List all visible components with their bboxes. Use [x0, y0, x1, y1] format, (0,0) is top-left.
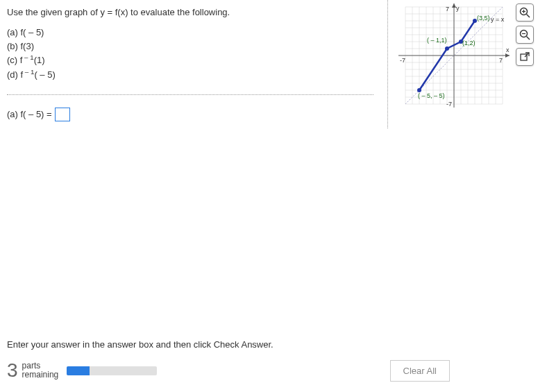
answer-label: (a) f( – 5) =: [7, 109, 52, 119]
parts-remaining-label: parts remaining: [22, 361, 59, 380]
parts-list: (a) f( – 5) (b) f(3) (c) f – 1(1) (d) f …: [7, 26, 373, 82]
part-c: (c) f – 1(1): [7, 53, 373, 67]
progress-fill: [67, 366, 90, 375]
graph-svg: y x 7 -7 7 -7 (3,5) (1,2) ( – 1,1) ( – 5…: [395, 3, 513, 108]
svg-marker-31: [505, 53, 510, 58]
part-b: (b) f(3): [7, 40, 373, 53]
popout-icon: [519, 51, 530, 62]
point-neg1-1: ( – 1,1): [427, 37, 447, 44]
parts-remaining-count: 3: [7, 359, 18, 382]
progress-bar: [67, 366, 157, 375]
ymin-label: -7: [446, 101, 452, 108]
part-d: (d) f – 1( – 5): [7, 67, 373, 82]
question-panel: Use the given graph of y = f(x) to evalu…: [0, 0, 387, 128]
divider: [7, 94, 373, 95]
clear-all-button[interactable]: Clear All: [390, 360, 450, 382]
graph-panel: y x 7 -7 7 -7 (3,5) (1,2) ( – 1,1) ( – 5…: [387, 0, 547, 128]
part-a: (a) f( – 5): [7, 26, 373, 40]
point-1-2: (1,2): [462, 40, 476, 46]
zoom-in-button[interactable]: [516, 3, 534, 22]
x-axis-label: x: [506, 46, 510, 53]
footer: Enter your answer in the answer box and …: [7, 339, 540, 382]
answer-input[interactable]: [55, 108, 70, 121]
xmin-label: -7: [400, 57, 405, 64]
zoom-in-icon: [519, 7, 530, 18]
svg-line-38: [527, 15, 530, 18]
ymax-label: 7: [446, 6, 449, 12]
instruction-text: Use the given graph of y = f(x) to evalu…: [7, 7, 373, 17]
popout-button[interactable]: [516, 48, 534, 66]
eq-label: y = x: [491, 16, 505, 23]
graph-tools: [516, 3, 534, 125]
footer-hint: Enter your answer in the answer box and …: [7, 339, 540, 350]
zoom-out-button[interactable]: [516, 26, 534, 44]
y-axis-label: y: [456, 5, 460, 12]
answer-row: (a) f( – 5) =: [7, 108, 373, 121]
svg-point-34: [445, 46, 449, 51]
graph: y x 7 -7 7 -7 (3,5) (1,2) ( – 1,1) ( – 5…: [395, 3, 513, 108]
point-3-5: (3,5): [477, 15, 490, 22]
svg-rect-44: [521, 54, 527, 60]
zoom-out-icon: [519, 29, 530, 40]
svg-line-42: [527, 37, 530, 40]
point-neg5-neg5: ( – 5, – 5): [418, 92, 445, 99]
xmax-label: 7: [499, 57, 503, 64]
